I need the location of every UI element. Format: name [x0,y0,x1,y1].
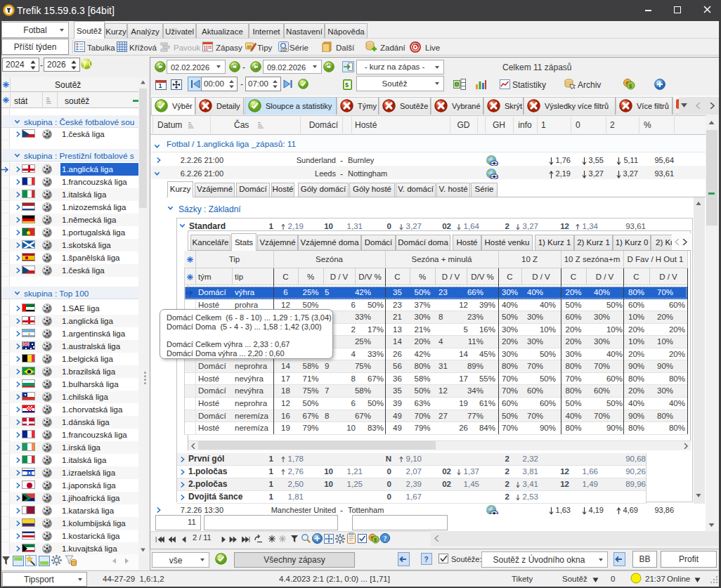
svg-text:ab: ab [247,44,252,49]
svg-text:?: ? [384,535,387,542]
svg-text:1: 1 [159,82,162,89]
svg-text:?: ? [424,556,429,563]
svg-text:$: $ [374,537,377,543]
svg-text:$: $ [345,81,349,89]
svg-text:100: 100 [280,48,287,52]
svg-text:$: $ [629,83,632,89]
